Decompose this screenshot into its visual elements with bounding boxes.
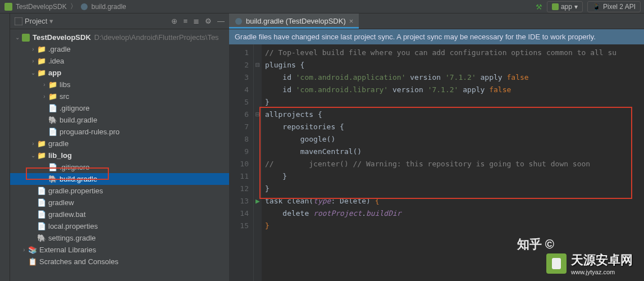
minimize-icon[interactable]: — [217, 17, 225, 25]
scratch-icon: 📋 [28, 257, 37, 266]
tree-item-app[interactable]: ⌄📁app [10, 67, 229, 79]
tree-item-gradleprops[interactable]: 📄gradle.properties [10, 185, 229, 197]
chevron-right-icon: › [40, 93, 48, 99]
tree-label: libs [60, 80, 71, 89]
watermark-url: www.jytyaz.com [571, 269, 633, 275]
chevron-down-icon: ⌄ [29, 70, 37, 76]
android-icon [552, 3, 559, 10]
tree-item-gradlew[interactable]: 📄gradlew [10, 197, 229, 209]
module-folder-icon: 📁 [37, 69, 46, 78]
svg-rect-4 [22, 34, 30, 42]
banner-text: Gradle files have changed since last pro… [235, 33, 596, 41]
code-line-1: // Top-level build file where you can ad… [265, 48, 616, 57]
project-icon [4, 3, 12, 11]
tree-item-idea[interactable]: ›📁.idea [10, 55, 229, 67]
tree-label: local.properties [48, 222, 98, 230]
file-icon: 📄 [48, 104, 57, 113]
file-icon: 📄 [37, 187, 46, 196]
module-icon [21, 33, 30, 42]
locate-icon[interactable]: ⊕ [171, 17, 177, 25]
tree-item-gitignore2[interactable]: 📄.gitignore [10, 161, 229, 173]
code-line-2: plugins [265, 61, 296, 69]
tree-item-liblog[interactable]: ⌄📁lib_log [10, 149, 229, 161]
module-folder-icon: 📁 [37, 151, 46, 160]
hammer-icon[interactable]: ⚒ [536, 3, 542, 11]
fold-icon[interactable]: ⊟ [254, 108, 262, 121]
gradle-file-icon: 🐘 [37, 234, 46, 243]
tab-buildgradle[interactable]: build.gradle (TestDevelopSDK) × [229, 13, 359, 29]
line-num: 4 [229, 84, 249, 96]
tree-label: app [48, 69, 61, 77]
chevron-right-icon: › [29, 46, 37, 52]
chevron-right-icon: 〉 [70, 2, 77, 11]
project-panel: Project ▾ ⊕ ≡ ≣ ⚙ — ⌄TestDevelopSDKD:\de… [10, 13, 229, 281]
tree-item-gradledir[interactable]: ›📁gradle [10, 138, 229, 149]
phone-icon: 📱 [592, 3, 601, 11]
chevron-right-icon: › [29, 140, 37, 147]
tree-item-extlib[interactable]: ›📚External Libraries [10, 244, 229, 256]
tree-item-proguard[interactable]: 📄proguard-rules.pro [10, 126, 229, 138]
tree-label: .idea [48, 57, 64, 65]
tool-window-stripe[interactable] [0, 13, 10, 281]
chevron-down-icon: ⌄ [13, 34, 21, 40]
tree-path: D:\develop\Android\FlutterProjects\Tes [94, 33, 219, 42]
tree-item-localprops[interactable]: 📄local.properties [10, 220, 229, 232]
line-num: 7 [229, 121, 249, 133]
run-config-selector[interactable]: app ▾ [547, 1, 583, 12]
gradle-file-icon: 🐘 [48, 175, 57, 184]
tree-item-gitignore1[interactable]: 📄.gitignore [10, 102, 229, 114]
code-body[interactable]: // Top-level build file where you can ad… [262, 44, 644, 281]
editor-tabs: build.gradle (TestDevelopSDK) × [229, 13, 644, 29]
chevron-down-icon[interactable]: ▾ [49, 17, 53, 25]
project-title[interactable]: Project [25, 17, 47, 25]
folder-icon: 📁 [48, 92, 57, 101]
project-view-icon [15, 17, 22, 25]
tree-label: Scratches and Consoles [39, 257, 118, 266]
chevron-right-icon: › [20, 247, 28, 253]
tree-root[interactable]: ⌄TestDevelopSDKD:\develop\Android\Flutte… [10, 31, 229, 43]
tree-label: gradle [48, 139, 68, 148]
tree-label: gradlew.bat [48, 210, 86, 219]
fold-icon[interactable]: ⊟ [254, 59, 262, 71]
line-num: 12 [229, 183, 249, 195]
line-gutter: 1 2 3 4 5 6 7 8 9 10 11 12 13 14 15 [229, 44, 254, 281]
expand-icon[interactable]: ≡ [183, 17, 188, 25]
sync-banner[interactable]: Gradle files have changed since last pro… [229, 29, 644, 44]
line-num: 2 [229, 59, 249, 71]
tree-label: src [60, 92, 69, 101]
device-selector[interactable]: 📱 Pixel 2 API [587, 1, 641, 12]
library-icon: 📚 [28, 246, 37, 255]
chevron-right-icon: › [29, 58, 37, 64]
top-toolbar: ⚒ app ▾ 📱 Pixel 2 API [536, 1, 641, 12]
close-icon[interactable]: × [349, 17, 354, 25]
tree-label: .gradle [48, 45, 71, 53]
svg-rect-3 [15, 17, 22, 25]
tree-item-buildgradle1[interactable]: 🐘build.gradle [10, 114, 229, 126]
tree-item-libs[interactable]: ›📁libs [10, 79, 229, 90]
collapse-icon[interactable]: ≣ [193, 17, 199, 25]
breadcrumb-seg2[interactable]: build.gradle [92, 3, 126, 11]
run-icon[interactable]: ▶ [254, 195, 262, 207]
tree-label: External Libraries [39, 246, 96, 254]
breadcrumb-seg1[interactable]: TestDevelopSDK [16, 3, 67, 11]
tree-label: gradle.properties [48, 187, 103, 195]
tree-item-scratches[interactable]: 📋Scratches and Consoles [10, 256, 229, 268]
tree-item-settings[interactable]: 🐘settings.gradle [10, 232, 229, 244]
svg-point-5 [235, 18, 242, 25]
file-icon: 📄 [37, 210, 46, 219]
line-num: 9 [229, 146, 249, 158]
file-icon: 📄 [37, 198, 46, 207]
code-editor[interactable]: 1 2 3 4 5 6 7 8 9 10 11 12 13 14 15 ⊟ ⊟ … [229, 44, 644, 281]
tree-item-gradlewbat[interactable]: 📄gradlew.bat [10, 209, 229, 220]
tree-item-buildgradle2[interactable]: 🐘build.gradle [10, 173, 229, 185]
gear-icon[interactable]: ⚙ [205, 17, 212, 25]
tree-label: TestDevelopSDK [33, 33, 91, 42]
tree-label: lib_log [48, 151, 72, 160]
svg-rect-2 [552, 3, 559, 10]
tree-item-gradle[interactable]: ›📁.gradle [10, 43, 229, 55]
project-panel-header: Project ▾ ⊕ ≡ ≣ ⚙ — [10, 13, 229, 29]
project-tree[interactable]: ⌄TestDevelopSDKD:\develop\Android\Flutte… [10, 29, 229, 281]
line-num: 10 [229, 158, 249, 170]
watermark-logo-icon [546, 253, 567, 274]
tree-item-src[interactable]: ›📁src [10, 90, 229, 102]
